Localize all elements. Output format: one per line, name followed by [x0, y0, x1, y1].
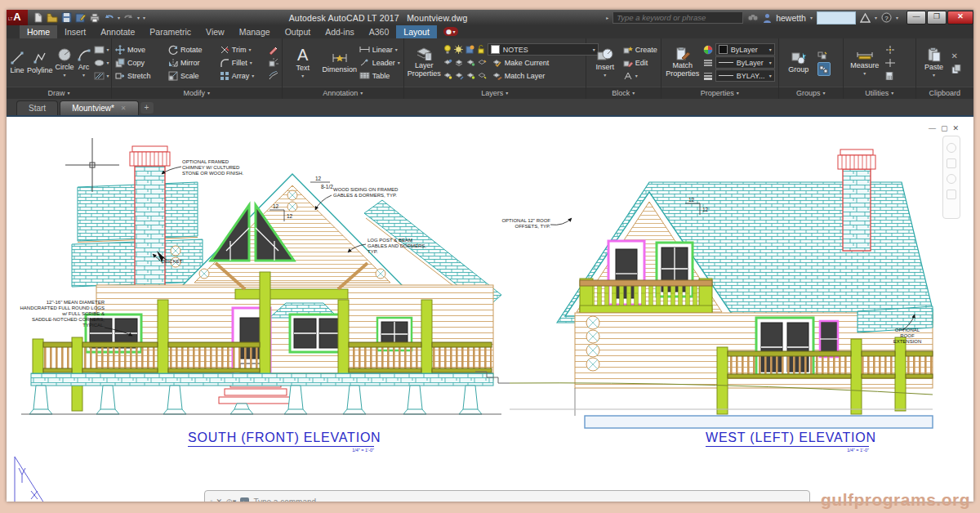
- minimize-button[interactable]: —: [906, 11, 926, 25]
- nav-zoom-icon[interactable]: [947, 174, 956, 184]
- edit-block-button[interactable]: Edit: [623, 56, 657, 69]
- layer-tool-icon-3[interactable]: [466, 72, 475, 80]
- hatch-tool[interactable]: ▾: [94, 69, 109, 82]
- text-tool[interactable]: AText▾: [286, 40, 320, 86]
- linetype-dropdown[interactable]: ByLayer▾: [715, 56, 775, 69]
- panel-label-clipboard[interactable]: Clipboard: [916, 87, 974, 99]
- color-wheel-icon[interactable]: [703, 45, 713, 55]
- a360-dropdown[interactable]: ▾: [875, 16, 877, 20]
- lineweight-dropdown[interactable]: BYLAY...▾: [715, 69, 775, 82]
- tab-addins[interactable]: Add-ins: [318, 25, 362, 38]
- offset-tool[interactable]: [268, 69, 278, 82]
- tab-home[interactable]: Home: [20, 25, 57, 38]
- polyline-tool[interactable]: Polyline: [27, 40, 53, 86]
- layer-select-dropdown[interactable]: NOTES▾: [488, 43, 599, 56]
- tab-annotate[interactable]: Annotate: [93, 25, 142, 38]
- nav-orbit-icon[interactable]: [947, 190, 956, 199]
- viewport-close-icon[interactable]: ✕: [952, 125, 959, 132]
- fillet-tool[interactable]: Fillet▾: [220, 56, 265, 69]
- app-logo-icon[interactable]: ALT: [7, 10, 28, 25]
- restore-button[interactable]: ❐: [927, 11, 947, 25]
- command-grip[interactable]: ⁞⁞: [210, 498, 212, 502]
- tab-output[interactable]: Output: [278, 25, 318, 38]
- layer-properties-button[interactable]: Layer Properties: [408, 40, 441, 86]
- create-block-button[interactable]: Create: [623, 43, 657, 56]
- ribbon-options-button[interactable]: ⬤ ▾: [443, 27, 458, 36]
- layer-on-icon[interactable]: [443, 45, 452, 54]
- trim-tool[interactable]: Trim▾: [220, 43, 265, 56]
- ellipse-tool[interactable]: ▾: [94, 56, 109, 69]
- layer-state-icon-2[interactable]: [455, 59, 464, 67]
- lineweight-icon[interactable]: [703, 72, 713, 80]
- quick-calc-icon[interactable]: [885, 69, 895, 82]
- tab-view[interactable]: View: [198, 25, 232, 38]
- help-icon[interactable]: ?: [881, 12, 892, 23]
- layer-freeze-icon[interactable]: [454, 45, 463, 54]
- tab-parametric[interactable]: Parametric: [142, 25, 198, 38]
- user-dropdown[interactable]: ▾: [810, 16, 813, 20]
- table-tool[interactable]: Table: [359, 69, 400, 82]
- rectangle-tool[interactable]: ▾: [94, 43, 109, 56]
- circle-tool[interactable]: Circle▾: [56, 40, 74, 86]
- stretch-tool[interactable]: Stretch: [115, 69, 162, 82]
- open-file-icon[interactable]: [47, 12, 58, 23]
- search-input[interactable]: [612, 11, 743, 24]
- a360-icon[interactable]: [860, 13, 871, 23]
- erase-tool[interactable]: [268, 43, 278, 56]
- leader-tool[interactable]: Leader▾: [359, 56, 400, 69]
- file-tab-mountview[interactable]: Mountview*✕: [60, 100, 138, 115]
- line-tool[interactable]: Line: [10, 40, 24, 86]
- command-close-icon[interactable]: ✕: [216, 497, 222, 502]
- panel-label-draw[interactable]: Draw▾: [7, 87, 111, 99]
- search-binoculars-icon[interactable]: [747, 13, 759, 22]
- attributes-button[interactable]: ▾: [623, 69, 657, 82]
- command-line-bar[interactable]: ⁞⁞ ✕ ◴▾ ▸ Type a command: [204, 490, 810, 502]
- a360-status-box[interactable]: [817, 11, 856, 25]
- command-customize-icon[interactable]: ◴▾: [226, 497, 236, 502]
- layer-tool-icon-4[interactable]: [478, 72, 487, 80]
- nav-wheel-icon[interactable]: [947, 143, 956, 153]
- copy-tool[interactable]: Copy: [115, 56, 162, 69]
- layer-state-icon-4[interactable]: [478, 59, 487, 67]
- panel-label-annotation[interactable]: Annotation▾: [283, 87, 403, 99]
- redo-icon[interactable]: [123, 12, 134, 23]
- paste-button[interactable]: Paste▾: [920, 40, 949, 86]
- panel-label-layers[interactable]: Layers▾: [404, 87, 586, 99]
- explode-tool[interactable]: [268, 56, 278, 69]
- mirror-tool[interactable]: Mirror: [168, 56, 213, 69]
- arc-tool[interactable]: Arc▾: [77, 40, 91, 86]
- group-button[interactable]: Group: [782, 40, 815, 86]
- command-input[interactable]: Type a command: [253, 497, 316, 502]
- panel-label-groups[interactable]: Groups▾: [779, 87, 843, 99]
- cut-icon[interactable]: ✕: [951, 50, 961, 62]
- panel-label-utilities[interactable]: Utilities▾: [844, 87, 915, 99]
- scale-tool[interactable]: Scale: [168, 69, 213, 82]
- new-tab-button[interactable]: +: [140, 102, 154, 114]
- layer-unlock-icon[interactable]: [477, 45, 485, 54]
- new-file-icon[interactable]: [33, 12, 43, 23]
- undo-icon[interactable]: [104, 12, 114, 23]
- undo-dropdown[interactable]: ▾: [118, 16, 120, 20]
- plot-icon[interactable]: [89, 12, 100, 23]
- redo-dropdown[interactable]: ▾: [137, 16, 140, 20]
- file-tab-start[interactable]: Start: [16, 100, 58, 115]
- qat-customize-dropdown[interactable]: ▾: [143, 16, 145, 20]
- layer-tool-icon-2[interactable]: [455, 72, 464, 80]
- dimension-tool[interactable]: Dimension: [323, 40, 357, 86]
- measure-button[interactable]: Measure▾: [847, 40, 883, 86]
- navigation-bar[interactable]: [942, 136, 960, 219]
- save-as-icon[interactable]: [75, 12, 86, 23]
- drawing-canvas[interactable]: 12 8-1/2 12 12 12 12: [7, 122, 973, 502]
- move-tool[interactable]: Move: [115, 43, 162, 56]
- make-current-button[interactable]: Make Current: [492, 56, 550, 69]
- copy-clip-icon[interactable]: [951, 63, 961, 75]
- array-tool[interactable]: Array▾: [220, 69, 265, 82]
- ungroup-icon[interactable]: [817, 62, 831, 76]
- search-expand[interactable]: ▸: [606, 16, 608, 20]
- layer-state-icon-3[interactable]: [466, 59, 475, 67]
- linear-dimension-tool[interactable]: Linear▾: [359, 43, 400, 56]
- point-icon[interactable]: [885, 56, 895, 69]
- save-icon[interactable]: [61, 12, 72, 23]
- file-tab-close-icon[interactable]: ✕: [121, 105, 127, 112]
- close-button[interactable]: ✕: [947, 11, 973, 25]
